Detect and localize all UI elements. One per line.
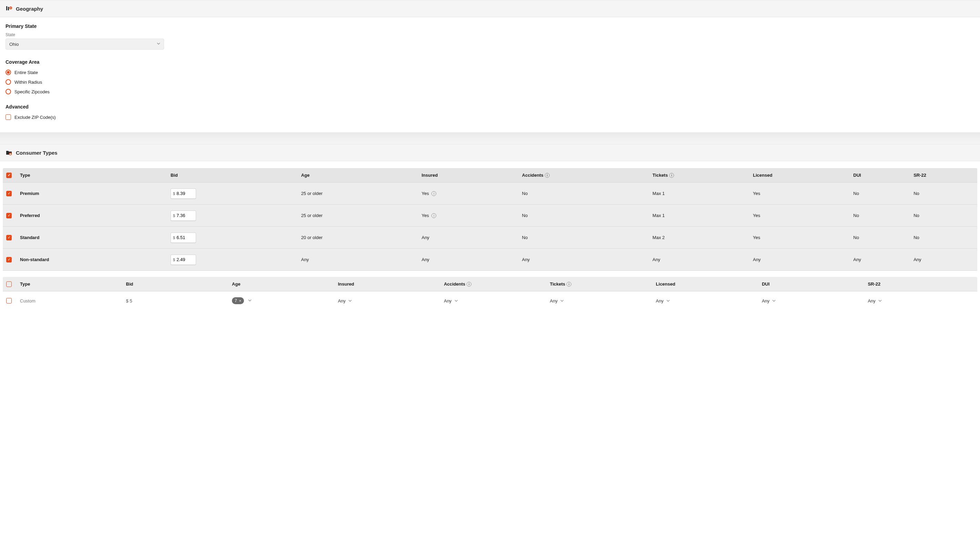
col-type: Type	[20, 282, 126, 286]
table-row: ✓Standard$20 or olderAny NoMax 2YesNoNo	[3, 227, 977, 249]
table-row: ✓Preferred$25 or olderYes iNoMax 1YesNoN…	[3, 205, 977, 227]
table-header-row: ✓ Type Bid Age Insured Accidents i Ticke…	[3, 168, 977, 183]
row-checkbox[interactable]: ✓	[6, 235, 12, 240]
chevron-down-icon	[455, 298, 458, 304]
state-field-label: State	[5, 32, 975, 37]
insured-cell: Any	[422, 235, 522, 240]
bid-value[interactable]	[177, 257, 194, 262]
bid-input[interactable]: $	[170, 210, 196, 221]
geography-header: Geography	[0, 0, 980, 17]
tickets-cell: Max 2	[653, 235, 753, 240]
sr22-cell: No	[913, 235, 974, 240]
col-bid: Bid	[170, 173, 301, 178]
accidents-cell: No	[522, 191, 653, 196]
age-cell: 25 or older	[301, 213, 422, 218]
info-icon[interactable]: i	[466, 282, 471, 286]
custom-licensed-select[interactable]: Any	[656, 298, 762, 304]
coverage-radio-group: Entire StateWithin RadiusSpecific Zipcod…	[5, 70, 975, 94]
coverage-radio-2[interactable]: Specific Zipcodes	[5, 89, 975, 94]
bid-value[interactable]	[177, 235, 194, 240]
exclude-zip-checkbox[interactable]: ✓ Exclude ZIP Code(s)	[5, 115, 975, 120]
col-dui: DUI	[853, 173, 913, 178]
type-name: Non-standard	[20, 257, 170, 262]
custom-age-select[interactable]: 7 ×	[232, 297, 338, 304]
map-pin-icon	[5, 5, 13, 12]
col-age: Age	[301, 173, 422, 178]
info-icon[interactable]: i	[669, 173, 674, 178]
primary-state-heading: Primary State	[5, 24, 975, 29]
radio-label: Entire State	[14, 70, 38, 75]
chevron-down-icon	[667, 298, 670, 304]
row-checkbox[interactable]: ✓	[6, 213, 12, 218]
sr22-cell: No	[913, 213, 974, 218]
custom-dui-select[interactable]: Any	[762, 298, 868, 304]
radio-icon	[5, 70, 11, 75]
info-icon[interactable]: i	[545, 173, 550, 178]
coverage-radio-1[interactable]: Within Radius	[5, 79, 975, 85]
state-select-value[interactable]	[5, 38, 164, 49]
type-name: Preferred	[20, 213, 170, 218]
custom-sr22-select[interactable]: Any	[868, 298, 974, 304]
coverage-radio-0[interactable]: Entire State	[5, 70, 975, 75]
custom-accidents-select[interactable]: Any	[444, 298, 550, 304]
col-insured: Insured	[422, 173, 522, 178]
age-cell: 20 or older	[301, 235, 422, 240]
insured-cell: Yes i	[422, 191, 522, 196]
col-bid: Bid	[126, 282, 232, 286]
col-accidents: Accidents i	[522, 173, 653, 178]
row-checkbox[interactable]: ✓	[6, 257, 12, 262]
licensed-cell: Yes	[753, 191, 853, 196]
bid-value[interactable]	[177, 213, 194, 218]
info-icon[interactable]: i	[566, 282, 571, 286]
type-name: Premium	[20, 191, 170, 196]
folder-person-icon	[5, 149, 13, 156]
custom-bid: $ 5	[126, 298, 232, 304]
radio-icon	[5, 89, 11, 94]
svg-rect-1	[8, 7, 9, 10]
custom-insured-select[interactable]: Any	[338, 298, 444, 304]
state-select[interactable]	[5, 38, 164, 49]
section-divider	[0, 132, 980, 144]
col-insured: Insured	[338, 282, 444, 286]
bid-value[interactable]	[177, 191, 194, 196]
info-icon[interactable]: i	[431, 213, 436, 218]
table-row: ✓Non-standard$AnyAny AnyAnyAnyAnyAny	[3, 249, 977, 271]
svg-rect-0	[6, 6, 7, 10]
row-checkbox[interactable]: ✓	[6, 298, 12, 304]
type-name: Standard	[20, 235, 170, 240]
tickets-cell: Max 1	[653, 213, 753, 218]
consumer-types-header: Consumer Types	[0, 144, 980, 161]
col-tickets: Tickets i	[653, 173, 753, 178]
tickets-cell: Max 1	[653, 191, 753, 196]
col-sr22: SR-22	[913, 173, 974, 178]
dui-cell: No	[853, 213, 913, 218]
insured-cell: Yes i	[422, 213, 522, 218]
exclude-zip-label: Exclude ZIP Code(s)	[14, 115, 56, 120]
close-icon[interactable]: ×	[239, 299, 241, 303]
select-all-custom-checkbox[interactable]: ✓	[6, 282, 12, 287]
col-dui: DUI	[762, 282, 868, 286]
radio-label: Within Radius	[14, 80, 42, 85]
chevron-down-icon	[772, 298, 776, 304]
select-all-checkbox[interactable]: ✓	[6, 173, 12, 178]
age-pill[interactable]: 7 ×	[232, 297, 244, 304]
geography-body: Primary State State Coverage Area Entire…	[0, 17, 980, 132]
consumer-types-title: Consumer Types	[16, 150, 57, 156]
bid-input[interactable]: $	[170, 232, 196, 243]
custom-row: ✓ Custom $ 5 7 × Any Any	[3, 291, 977, 310]
consumer-types-table: ✓ Type Bid Age Insured Accidents i Ticke…	[3, 168, 977, 271]
custom-tickets-select[interactable]: Any	[550, 298, 656, 304]
col-tickets: Tickets i	[550, 282, 656, 286]
licensed-cell: Yes	[753, 235, 853, 240]
info-icon[interactable]: i	[431, 191, 436, 196]
radio-icon	[5, 79, 11, 85]
tickets-cell: Any	[653, 257, 753, 262]
checkbox-icon: ✓	[5, 115, 11, 120]
row-checkbox[interactable]: ✓	[6, 191, 12, 196]
radio-label: Specific Zipcodes	[14, 89, 49, 94]
col-licensed: Licensed	[656, 282, 762, 286]
dui-cell: No	[853, 191, 913, 196]
accidents-cell: Any	[522, 257, 653, 262]
bid-input[interactable]: $	[170, 254, 196, 265]
bid-input[interactable]: $	[170, 188, 196, 199]
